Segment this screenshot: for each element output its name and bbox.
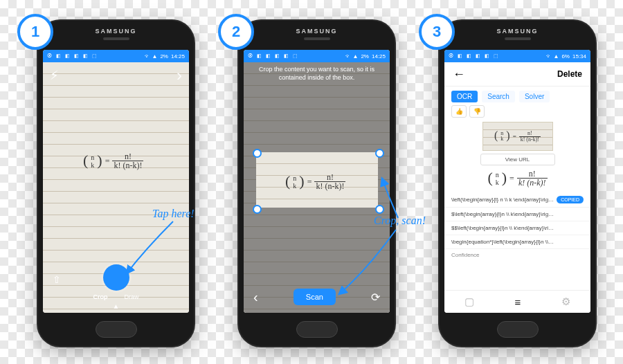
cropped-thumbnail: ( n k ) = n! k! (n-k)!	[482, 122, 553, 151]
frac-num: n!	[123, 152, 133, 161]
crop-handle-bl[interactable]	[253, 205, 262, 214]
clock: 14:25	[372, 53, 386, 60]
formula-thumb: ( n k ) = n! k! (n-k)!	[494, 131, 541, 143]
phone-brand: SAMSUNG	[239, 28, 395, 35]
view-url-button[interactable]: View URL	[480, 154, 555, 165]
home-button[interactable]	[96, 321, 137, 338]
latex-row-2[interactable]: $\left(\begin{array}{l}n \\ k\end{array}…	[444, 208, 590, 221]
signal-icon: ᯤ ▲	[345, 53, 358, 60]
equals: =	[105, 157, 110, 165]
annotation-tap-here: Tap here!	[152, 208, 195, 220]
binom-k: k	[91, 161, 94, 169]
phone-speaker	[304, 37, 330, 40]
status-icons: ⦿ ◧ ◧ ◧ ◧ ⬚	[248, 53, 299, 59]
signal-icon: ᯤ ▲	[145, 53, 157, 60]
phone-1: SAMSUNG ⦿ ◧ ◧ ◧ ◧ ⬚ ᯤ ▲ 2% 14:25 ( n k )…	[38, 21, 194, 346]
mode-draw[interactable]: Draw	[124, 293, 138, 300]
step-num-1: 1	[31, 23, 39, 41]
nav-camera-icon[interactable]: ▢	[464, 295, 474, 308]
screen-2: ⦿ ◧ ◧ ◧ ◧ ⬚ ᯤ ▲ 2% 14:25 ( n k ) =	[244, 50, 390, 313]
status-icons: ⦿ ◧ ◧ ◧ ◧ ⬚	[47, 53, 98, 59]
phone-speaker	[505, 37, 531, 40]
tab-search[interactable]: Search	[482, 91, 515, 102]
frac-den: k! (n-k)!	[112, 161, 143, 170]
crop-handle-tr[interactable]	[375, 149, 384, 158]
screen-3: ⦿ ◧ ◧ ◧ ◧ ⬚ ᯤ ▲ 6% 15:34 ← Delete OCR Se…	[444, 50, 590, 313]
mode-crop[interactable]: Crop	[93, 293, 107, 300]
latex-row-3[interactable]: $$\left(\begin{array}{l}n \\ k\end{array…	[444, 221, 590, 235]
signal-icon: ᯤ ▲	[546, 53, 559, 60]
status-bar: ⦿ ◧ ◧ ◧ ◧ ⬚ ᯤ ▲ 6% 15:34	[444, 50, 590, 62]
phone-3: SAMSUNG ⦿ ◧ ◧ ◧ ◧ ⬚ ᯤ ▲ 6% 15:34 ← Delet…	[440, 21, 595, 346]
nav-list-icon[interactable]: ≡	[515, 296, 521, 308]
thumbs-up-icon[interactable]: 👍	[451, 105, 467, 118]
latex-row-4[interactable]: \begin{equation*}\left(\begin{array}{l}n…	[444, 235, 590, 249]
shutter-button[interactable]	[103, 264, 129, 291]
flash-icon[interactable]: ⚡︎	[50, 68, 59, 83]
step-badge-3: 3	[419, 14, 455, 50]
step-badge-1: 1	[17, 14, 53, 50]
back-chevron-icon[interactable]: ‹	[253, 289, 258, 305]
crop-box[interactable]: ( n k ) = n! k! (n-k)!	[256, 152, 378, 208]
copied-badge: COPIED	[557, 196, 584, 203]
status-icons: ⦿ ◧ ◧ ◧ ◧ ⬚	[449, 53, 500, 59]
scan-button[interactable]: Scan	[294, 289, 336, 305]
binom-n: n	[91, 154, 94, 161]
step-num-2: 2	[232, 23, 240, 41]
rendered-formula: ( n k ) = n! k! (n-k)!	[444, 170, 590, 187]
battery-pct: 2%	[160, 53, 168, 60]
back-arrow-icon[interactable]: ←	[453, 67, 465, 82]
phone-brand: SAMSUNG	[440, 28, 595, 35]
annotation-crop-scan: Crop, scan!	[374, 215, 426, 227]
latex-code: \left(\begin{array}{l} n \\ k \end{array…	[451, 197, 554, 203]
home-button[interactable]	[497, 321, 539, 338]
clock: 14:25	[171, 53, 185, 60]
step-num-3: 3	[433, 23, 441, 41]
tab-solver[interactable]: Solver	[519, 91, 550, 102]
home-button[interactable]	[296, 321, 338, 338]
rotate-icon[interactable]: ⟳	[371, 291, 380, 304]
crop-handle-tl[interactable]	[253, 149, 262, 158]
crop-instruction: Crop the content you want to scan, so it…	[252, 65, 381, 82]
clock: 15:34	[572, 53, 586, 60]
phone-speaker	[103, 37, 129, 40]
confidence-label: Confidence	[444, 249, 590, 261]
delete-button[interactable]: Delete	[557, 69, 582, 79]
status-bar: ⦿ ◧ ◧ ◧ ◧ ⬚ ᯤ ▲ 2% 14:25	[43, 50, 189, 62]
phone-2: SAMSUNG ⦿ ◧ ◧ ◧ ◧ ⬚ ᯤ ▲ 2% 14:25 ( n k )	[239, 21, 395, 346]
thumbs-down-icon[interactable]: 👎	[469, 105, 485, 118]
latex-row-1[interactable]: \left(\begin{array}{l} n \\ k \end{array…	[444, 192, 590, 208]
nav-gear-icon[interactable]: ⚙︎	[561, 295, 570, 308]
caret-up-icon[interactable]: ▲	[113, 302, 120, 310]
tab-ocr[interactable]: OCR	[451, 91, 478, 102]
formula-handwritten: ( n k ) = n! k! (n-k)!	[83, 152, 143, 170]
battery-pct: 2%	[361, 53, 369, 60]
chevron-right-icon[interactable]: ›	[177, 66, 182, 85]
status-bar: ⦿ ◧ ◧ ◧ ◧ ⬚ ᯤ ▲ 2% 14:25	[244, 50, 390, 62]
phone-brand: SAMSUNG	[38, 28, 194, 35]
battery-pct: 6%	[561, 53, 570, 60]
crop-handle-br[interactable]	[375, 205, 384, 214]
screen-1: ⦿ ◧ ◧ ◧ ◧ ⬚ ᯤ ▲ 2% 14:25 ( n k ) = n! k!…	[43, 50, 189, 313]
step-badge-2: 2	[218, 14, 254, 50]
formula-handwritten: ( n k ) = n! k! (n-k)!	[285, 173, 345, 190]
